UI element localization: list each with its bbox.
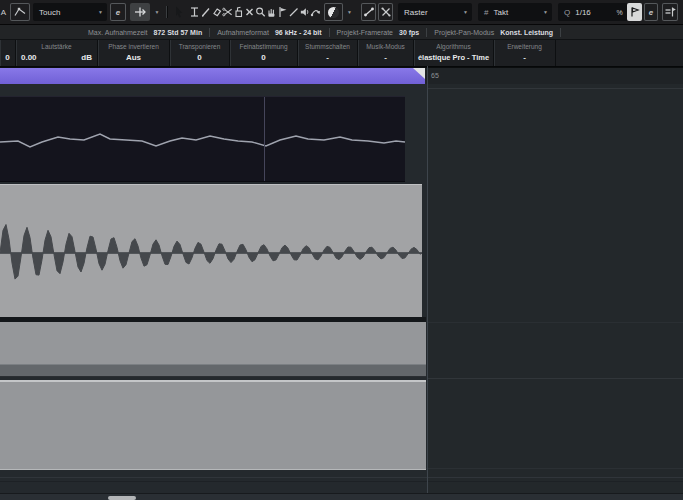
status-divider xyxy=(209,28,210,37)
clipped-left-button[interactable]: A xyxy=(0,3,7,21)
time-warp-tool[interactable] xyxy=(277,3,288,21)
info-header: Erweiterung xyxy=(494,43,555,50)
object-selection-tool[interactable] xyxy=(171,3,187,21)
info-col-volume[interactable]: Lautstärke 0.00 dB xyxy=(16,40,98,66)
automation-settings-button[interactable]: e xyxy=(110,3,126,21)
grid-type-value: Takt xyxy=(493,8,508,17)
waveform-decay xyxy=(0,185,422,317)
audiowarp-quantize-button[interactable] xyxy=(627,3,642,21)
info-col-finetune[interactable]: Feinabstimmung 0 xyxy=(230,40,298,66)
cursor-arrow-icon xyxy=(173,6,185,18)
range-selection-tool[interactable] xyxy=(189,3,200,21)
status-pan-mode[interactable]: Projekt-Pan-Modus Konst. Leistung xyxy=(434,29,553,36)
status-label: Max. Aufnahmezeit xyxy=(88,29,148,36)
iterative-quantize-button[interactable]: % xyxy=(613,3,626,21)
event-block-bottom[interactable] xyxy=(0,380,426,470)
chevron-down-icon: ▼ xyxy=(543,9,548,15)
track-divider xyxy=(0,477,683,478)
automation-mode-value: Touch xyxy=(39,8,60,17)
info-value[interactable]: - xyxy=(298,53,357,62)
right-locator-handle[interactable] xyxy=(413,68,425,79)
arrangement-area xyxy=(0,84,683,500)
info-value[interactable]: Aus xyxy=(98,53,169,62)
info-value[interactable]: 0 xyxy=(230,53,297,62)
status-label: Projekt-Pan-Modus xyxy=(434,29,494,36)
grid-type-select[interactable]: # Takt ▼ xyxy=(478,3,552,21)
status-max-record-time[interactable]: Max. Aufnahmezeit 872 Std 57 Min xyxy=(88,29,202,36)
audio-event-dark[interactable] xyxy=(0,96,405,182)
chevron-down-icon: ▼ xyxy=(463,9,468,15)
color-tool[interactable] xyxy=(324,3,343,21)
info-col-algorithm[interactable]: Algorithmus élastique Pro - Time xyxy=(414,40,494,66)
track-divider xyxy=(427,378,683,379)
automation-panel-button[interactable] xyxy=(10,3,30,21)
color-circle-icon xyxy=(328,7,339,18)
info-col-phase[interactable]: Phase invertieren Aus xyxy=(98,40,170,66)
zoom-tool[interactable] xyxy=(255,3,266,21)
warp-flag-icon xyxy=(277,6,288,18)
info-col-musical-mode[interactable]: Musik-Modus - xyxy=(358,40,414,66)
scrollbar-thumb[interactable] xyxy=(108,496,136,500)
volume-value[interactable]: 0.00 xyxy=(21,53,37,62)
mute-tool[interactable] xyxy=(244,3,255,21)
info-header: Phase invertieren xyxy=(98,43,169,50)
play-tool[interactable] xyxy=(299,3,310,21)
autoscroll-options-caret[interactable]: ▼ xyxy=(151,3,163,21)
status-framerate[interactable]: Projekt-Framerate 30 fps xyxy=(337,29,420,36)
glue-bottle-icon xyxy=(233,6,244,18)
quantize-q-icon: Q xyxy=(564,8,570,17)
split-tool[interactable] xyxy=(222,3,233,21)
status-value: Konst. Leistung xyxy=(500,29,553,36)
draw-tool[interactable] xyxy=(200,3,211,21)
comp-tool[interactable] xyxy=(266,3,277,21)
scrub-tool[interactable] xyxy=(310,3,321,21)
audio-alignment-button[interactable] xyxy=(662,3,678,21)
scrub-arrow-icon xyxy=(310,6,321,18)
color-tool-caret[interactable]: ▼ xyxy=(344,3,355,21)
info-value[interactable]: 0 xyxy=(170,53,229,62)
waveform-small xyxy=(0,97,405,181)
glue-tool[interactable] xyxy=(233,3,244,21)
autoscroll-button[interactable] xyxy=(130,3,150,21)
alignment-flag-icon xyxy=(664,6,676,18)
snap-type-select[interactable]: Raster ▼ xyxy=(398,3,472,21)
quantize-value: 1/16 xyxy=(575,8,591,17)
mute-x-icon xyxy=(244,6,255,18)
info-col-partial[interactable]: 0 xyxy=(0,40,16,66)
zero-crossing-icon xyxy=(363,6,375,18)
event-info-line: 0 Lautstärke 0.00 dB Phase invertieren A… xyxy=(0,40,683,67)
info-header: Feinabstimmung xyxy=(230,43,297,50)
snap-zero-crossing-button[interactable] xyxy=(361,3,376,21)
info-col-mute[interactable]: Stummschalten - xyxy=(298,40,358,66)
chevron-down-icon: ▼ xyxy=(347,9,352,15)
info-value[interactable]: - xyxy=(494,53,555,62)
audio-event-waveform[interactable] xyxy=(0,184,422,318)
info-header: Musik-Modus xyxy=(358,43,413,50)
info-value[interactable]: élastique Pro - Time xyxy=(414,53,493,62)
status-record-format[interactable]: Aufnahmeformat 96 kHz - 24 bit xyxy=(217,29,321,36)
status-line: Max. Aufnahmezeit 872 Std 57 Min Aufnahm… xyxy=(0,25,683,40)
info-col-transpose[interactable]: Transponieren 0 xyxy=(170,40,230,66)
event-block-lower-strip[interactable] xyxy=(0,364,426,377)
event-boundary-line[interactable] xyxy=(264,97,265,181)
status-label: Aufnahmeformat xyxy=(217,29,269,36)
track-divider xyxy=(427,322,683,323)
empty-timeline-region[interactable] xyxy=(427,84,683,500)
info-value[interactable]: 0 xyxy=(0,53,15,62)
hand-icon xyxy=(266,6,277,18)
erase-tool[interactable] xyxy=(211,3,222,21)
locator-range[interactable] xyxy=(0,68,425,85)
timeline-ruler[interactable]: 65 xyxy=(0,67,683,85)
line-tool[interactable] xyxy=(288,3,299,21)
automation-mode-select[interactable]: Touch ▼ xyxy=(33,3,107,21)
toolbar-divider xyxy=(166,6,168,18)
info-header: Stummschalten xyxy=(298,43,357,50)
grid-icon: # xyxy=(484,8,488,17)
quantize-panel-button[interactable]: e xyxy=(644,3,658,21)
horizontal-scrollbar[interactable] xyxy=(0,493,683,500)
info-value[interactable]: - xyxy=(358,53,413,62)
info-header: Transponieren xyxy=(170,43,229,50)
info-col-extension[interactable]: Erweiterung - xyxy=(494,40,556,66)
snap-toggle-button[interactable] xyxy=(378,3,393,21)
event-block-upper[interactable] xyxy=(0,322,426,364)
